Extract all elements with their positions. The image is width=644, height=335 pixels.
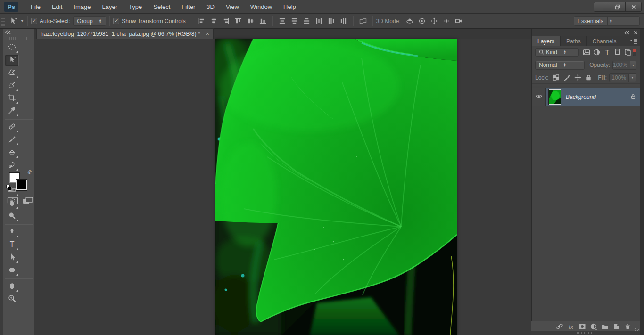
show-transform-controls-checkbox[interactable]: ✓ [113, 18, 119, 24]
menu-item-image[interactable]: Image [68, 1, 96, 12]
new-group-button[interactable] [600, 322, 610, 331]
distribute-top-edges-button[interactable] [277, 16, 288, 26]
panel-menu-button[interactable] [629, 38, 638, 46]
menu-item-view[interactable]: View [220, 1, 245, 12]
3d-roll-button[interactable] [417, 16, 427, 26]
align-right-edges-button[interactable] [221, 16, 231, 26]
auto-select-target-dropdown[interactable]: Group ▲▼ [73, 16, 106, 26]
filter-type-layers-button[interactable]: T [603, 48, 612, 57]
horizontal-type-tool[interactable]: T [5, 239, 19, 251]
menu-item-select[interactable]: Select [148, 1, 176, 12]
minimize-button[interactable] [594, 2, 610, 11]
layer-row[interactable]: Background [532, 88, 640, 106]
lock-image-pixels-button[interactable] [562, 73, 572, 82]
collapse-dock-icon[interactable] [624, 31, 630, 35]
align-left-edges-button[interactable] [197, 16, 207, 26]
filter-smart-objects-button[interactable] [623, 48, 633, 57]
layer-filter-toggle[interactable] [633, 49, 636, 56]
auto-select-checkbox[interactable]: ✓ [31, 18, 37, 24]
dock-resize-grip[interactable] [577, 332, 594, 334]
fill-dropdown-arrow[interactable]: ▼ [629, 73, 636, 82]
menu-item-help[interactable]: Help [278, 1, 302, 12]
background-color-swatch[interactable] [16, 180, 27, 190]
distribute-right-edges-button[interactable] [339, 16, 349, 26]
clone-stamp-tool[interactable] [5, 147, 19, 159]
3d-rotate-button[interactable] [405, 16, 415, 26]
fill-label: Fill: [598, 74, 607, 81]
document-tab[interactable]: hazeleyeblog_1207715981_1-cha_pata.jpg @… [36, 28, 214, 39]
filter-shape-layers-button[interactable] [613, 48, 622, 57]
filter-kind-dropdown[interactable]: Kind ▲▼ [535, 48, 579, 57]
hand-tool[interactable] [5, 281, 19, 293]
close-panel-icon[interactable] [634, 31, 638, 35]
3d-scale-camera-button[interactable] [454, 16, 464, 26]
tools-panel-grip[interactable] [9, 37, 28, 40]
menu-item-edit[interactable]: Edit [46, 1, 68, 12]
document-canvas[interactable] [215, 39, 457, 335]
lock-all-button[interactable] [584, 73, 594, 82]
layer-name[interactable]: Background [566, 94, 596, 100]
ellipse-shape-tool[interactable] [5, 265, 19, 277]
tab-close-button[interactable]: × [206, 30, 209, 37]
align-bottom-edges-button[interactable] [258, 16, 268, 26]
align-icons-group [196, 16, 269, 26]
align-top-edges-button[interactable] [233, 16, 244, 26]
elliptical-marquee-tool[interactable] [5, 42, 19, 54]
tab-paths[interactable]: Paths [561, 36, 587, 46]
add-layer-mask-button[interactable] [578, 322, 587, 331]
menu-item-3d[interactable]: 3D [201, 1, 220, 12]
lock-position-button[interactable] [573, 73, 583, 82]
distribute-vertical-centers-button[interactable] [289, 16, 300, 26]
opacity-value[interactable]: 100% [612, 61, 630, 70]
filter-pixel-layers-button[interactable] [582, 48, 591, 57]
move-tool[interactable] [5, 55, 19, 66]
align-horizontal-centers-button[interactable] [209, 16, 219, 26]
menu-item-type[interactable]: Type [123, 1, 148, 12]
tab-channels[interactable]: Channels [587, 36, 623, 46]
pen-tool[interactable] [5, 227, 19, 238]
fill-value[interactable]: 100% [609, 73, 629, 82]
align-vertical-centers-button[interactable] [246, 16, 256, 26]
crop-tool[interactable] [5, 93, 19, 105]
tab-layers[interactable]: Layers [532, 36, 561, 46]
default-colors-icon[interactable] [6, 185, 12, 191]
new-adjustment-layer-button[interactable] [589, 322, 598, 331]
dodge-tool[interactable] [5, 211, 19, 222]
workspace-switcher-dropdown[interactable]: Essentials ▲▼ [574, 16, 640, 26]
spot-healing-brush-tool[interactable] [5, 122, 19, 133]
panel-resize-grip[interactable] [635, 327, 639, 331]
menu-item-file[interactable]: File [25, 1, 46, 12]
blend-mode-dropdown[interactable]: Normal ▲▼ [535, 61, 585, 70]
new-layer-button[interactable] [611, 322, 621, 331]
menu-item-layer[interactable]: Layer [97, 1, 124, 12]
menu-item-window[interactable]: Window [245, 1, 278, 12]
polygonal-lasso-tool[interactable] [5, 67, 19, 79]
screen-mode-button[interactable] [22, 196, 33, 207]
distribute-horizontal-centers-button[interactable] [326, 16, 337, 26]
quick-mask-mode-button[interactable] [7, 196, 18, 207]
lock-transparent-pixels-button[interactable] [552, 73, 561, 82]
opacity-dropdown-arrow[interactable]: ▼ [630, 61, 636, 70]
distribute-bottom-edges-button[interactable] [302, 16, 312, 26]
zoom-tool[interactable] [5, 294, 19, 305]
filter-adjustment-layers-button[interactable] [592, 48, 602, 57]
eyedropper-tool[interactable] [5, 106, 19, 117]
tools-panel-header[interactable] [3, 29, 34, 35]
3d-slide-button[interactable] [441, 16, 452, 26]
restore-button[interactable] [610, 2, 626, 11]
auto-align-layers-button[interactable] [358, 16, 368, 26]
menu-item-filter[interactable]: Filter [176, 1, 201, 12]
close-button[interactable] [626, 2, 641, 11]
layer-styles-button[interactable]: fx [566, 322, 576, 331]
tool-preset-caret-icon[interactable]: ▼ [20, 19, 24, 23]
path-selection-tool[interactable] [5, 252, 19, 264]
distribute-left-edges-button[interactable] [314, 16, 324, 26]
layer-visibility-toggle[interactable] [532, 88, 546, 106]
layer-thumbnail[interactable] [549, 89, 561, 105]
3d-drag-button[interactable] [429, 16, 439, 26]
link-layers-button[interactable] [555, 322, 564, 331]
options-bar-grip[interactable] [1, 16, 5, 27]
quick-selection-tool[interactable] [5, 80, 19, 92]
brush-tool[interactable] [5, 134, 19, 146]
delete-layer-button[interactable] [623, 322, 632, 331]
